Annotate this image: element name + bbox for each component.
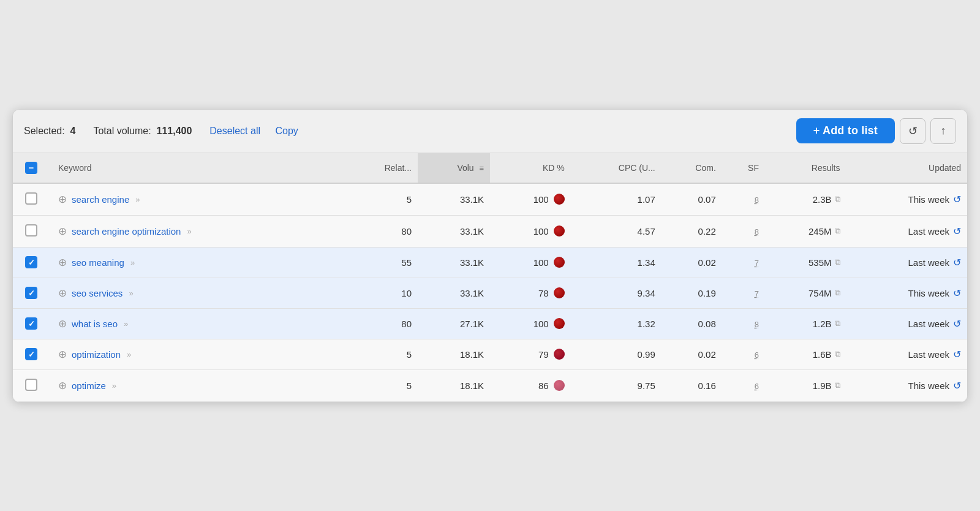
- updated-cell: Last week↺: [846, 247, 967, 278]
- updated-value: This week: [908, 194, 949, 205]
- header-com: Com.: [662, 153, 722, 183]
- copy-link[interactable]: Copy: [275, 126, 298, 137]
- select-all-checkbox[interactable]: [25, 162, 37, 174]
- results-copy-icon[interactable]: ⧉: [835, 257, 840, 267]
- export-button[interactable]: ↑: [930, 118, 956, 144]
- volume-cell: 18.1K: [418, 369, 490, 401]
- row-checkbox[interactable]: [25, 287, 37, 299]
- keyword-cell: ⊕ search engine optimization »: [50, 215, 345, 247]
- table-row: ⊕ search engine » 533.1K1001.070.0782.3B…: [13, 183, 967, 216]
- row-refresh-icon[interactable]: ↺: [953, 225, 961, 237]
- keyword-link[interactable]: search engine optimization: [72, 226, 181, 237]
- cpc-cell: 0.99: [571, 339, 662, 369]
- kd-cell: 79: [490, 339, 571, 369]
- sf-value: 8: [755, 195, 759, 205]
- results-value: 535M: [809, 257, 832, 268]
- results-value: 245M: [809, 226, 832, 237]
- results-cell: 1.9B⧉: [765, 369, 846, 401]
- com-cell: 0.07: [662, 183, 722, 216]
- sf-cell: 6: [722, 369, 765, 401]
- keyword-link[interactable]: search engine: [72, 194, 129, 205]
- relatedness-cell: 5: [345, 183, 418, 216]
- kd-dot: [554, 318, 565, 329]
- checkbox-cell: [13, 247, 50, 278]
- toolbar: Selected: 4 Total volume: 111,400 Desele…: [13, 110, 967, 153]
- row-checkbox[interactable]: [25, 256, 37, 268]
- volume-cell: 27.1K: [418, 308, 490, 339]
- kd-value: 100: [533, 226, 549, 237]
- add-keyword-icon[interactable]: ⊕: [58, 317, 67, 330]
- add-keyword-icon[interactable]: ⊕: [58, 379, 67, 392]
- add-keyword-icon[interactable]: ⊕: [58, 287, 67, 300]
- results-copy-icon[interactable]: ⧉: [835, 349, 840, 359]
- row-refresh-icon[interactable]: ↺: [953, 257, 961, 268]
- add-keyword-icon[interactable]: ⊕: [58, 225, 67, 238]
- relatedness-cell: 55: [345, 247, 418, 278]
- com-cell: 0.16: [662, 369, 722, 401]
- header-cpc: CPC (U...: [571, 153, 662, 183]
- kd-cell: 86: [490, 369, 571, 401]
- table-row: ⊕ optimization » 518.1K790.990.0261.6B⧉L…: [13, 339, 967, 369]
- add-keyword-icon[interactable]: ⊕: [58, 348, 67, 361]
- row-checkbox[interactable]: [25, 224, 37, 237]
- sf-value: 7: [755, 259, 759, 268]
- results-cell: 2.3B⧉: [765, 183, 846, 216]
- toolbar-sep: [266, 126, 269, 137]
- kd-dot: [554, 380, 565, 391]
- header-volume[interactable]: Volu: [418, 153, 490, 183]
- row-checkbox[interactable]: [25, 379, 37, 391]
- export-icon: ↑: [941, 124, 946, 137]
- chevron-right-icon: »: [112, 381, 116, 390]
- deselect-all-link[interactable]: Deselect all: [209, 126, 260, 137]
- relatedness-cell: 80: [345, 215, 418, 247]
- cpc-cell: 1.32: [571, 308, 662, 339]
- updated-cell: Last week↺: [846, 339, 967, 369]
- results-copy-icon[interactable]: ⧉: [835, 380, 840, 390]
- keyword-cell: ⊕ seo services »: [50, 278, 345, 308]
- results-value: 2.3B: [813, 194, 832, 205]
- row-checkbox[interactable]: [25, 192, 37, 205]
- kd-value: 86: [538, 380, 549, 391]
- table-row: ⊕ seo services » 1033.1K789.340.197754M⧉…: [13, 278, 967, 308]
- keyword-link[interactable]: seo meaning: [72, 257, 124, 268]
- kd-cell: 100: [490, 247, 571, 278]
- results-copy-icon[interactable]: ⧉: [835, 288, 840, 298]
- add-keyword-icon[interactable]: ⊕: [58, 256, 67, 269]
- row-refresh-icon[interactable]: ↺: [953, 380, 961, 392]
- sf-cell: 8: [722, 183, 765, 216]
- toolbar-left: Selected: 4 Total volume: 111,400 Desele…: [24, 126, 789, 137]
- row-refresh-icon[interactable]: ↺: [953, 318, 961, 330]
- add-to-list-button[interactable]: + Add to list: [796, 118, 895, 143]
- add-keyword-icon[interactable]: ⊕: [58, 193, 67, 206]
- updated-value: Last week: [908, 349, 949, 360]
- results-copy-icon[interactable]: ⧉: [835, 226, 840, 236]
- refresh-button[interactable]: ↺: [900, 118, 925, 144]
- header-checkbox-col: [13, 153, 50, 183]
- results-value: 754M: [809, 288, 832, 298]
- row-refresh-icon[interactable]: ↺: [953, 287, 961, 299]
- toolbar-right: + Add to list ↺ ↑: [796, 118, 956, 144]
- cpc-cell: 9.75: [571, 369, 662, 401]
- refresh-icon: ↺: [908, 124, 918, 138]
- updated-value: Last week: [908, 319, 949, 329]
- header-updated: Updated: [846, 153, 967, 183]
- results-cell: 754M⧉: [765, 278, 846, 308]
- keyword-link[interactable]: optimization: [72, 349, 121, 360]
- row-refresh-icon[interactable]: ↺: [953, 194, 961, 205]
- main-container: Selected: 4 Total volume: 111,400 Desele…: [12, 109, 968, 403]
- keyword-link[interactable]: what is seo: [72, 319, 118, 329]
- kd-dot: [554, 257, 565, 268]
- keyword-link[interactable]: seo services: [72, 288, 123, 298]
- results-copy-icon[interactable]: ⧉: [835, 319, 840, 328]
- kd-cell: 100: [490, 308, 571, 339]
- row-refresh-icon[interactable]: ↺: [953, 349, 961, 360]
- volume-cell: 33.1K: [418, 278, 490, 308]
- volume-cell: 18.1K: [418, 339, 490, 369]
- keyword-cell: ⊕ what is seo »: [50, 308, 345, 339]
- com-cell: 0.08: [662, 308, 722, 339]
- row-checkbox[interactable]: [25, 348, 37, 360]
- results-copy-icon[interactable]: ⧉: [835, 194, 840, 204]
- row-checkbox[interactable]: [25, 317, 37, 330]
- keyword-link[interactable]: optimize: [72, 380, 106, 391]
- kd-dot: [554, 194, 565, 205]
